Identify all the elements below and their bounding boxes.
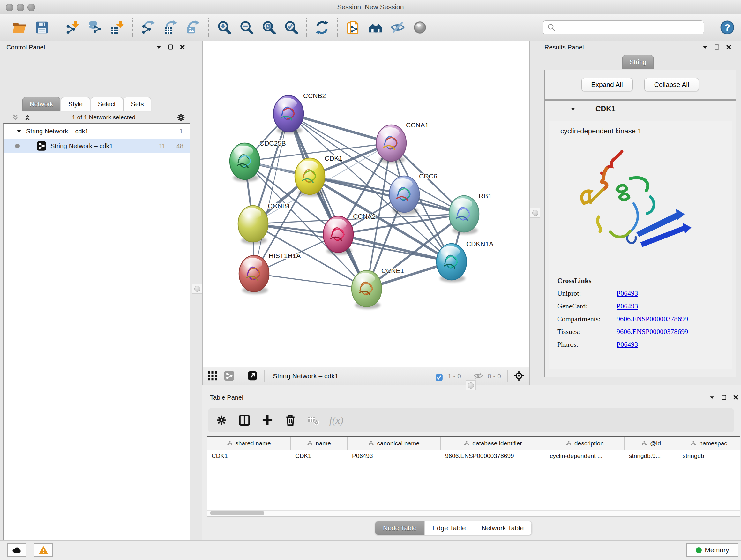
table-tab-edge-table[interactable]: Edge Table	[425, 521, 474, 535]
table-options-gear-icon[interactable]	[214, 413, 228, 427]
network-node-CCNB2[interactable]	[273, 96, 304, 134]
export-network-icon[interactable]	[140, 19, 156, 36]
collapse-all-button[interactable]: Collapse All	[644, 78, 699, 91]
panel-close-icon[interactable]	[726, 44, 732, 50]
control-tab-style[interactable]: Style	[61, 97, 90, 111]
network-row-selected[interactable]: String Network – cdk1 11 48	[3, 138, 190, 153]
network-edge-CCNB2-CCNE1[interactable]	[288, 114, 367, 289]
column-header--id[interactable]: @id	[624, 437, 678, 449]
refresh-icon[interactable]	[314, 19, 330, 36]
panel-menu-caret-icon[interactable]	[156, 44, 162, 50]
zoom-in-icon[interactable]	[216, 19, 232, 36]
import-network-file-icon[interactable]	[65, 19, 81, 36]
crosslink-link[interactable]: 9606.ENSP00000378699	[616, 315, 688, 323]
search-input[interactable]	[556, 21, 704, 34]
export-table-icon[interactable]	[163, 19, 179, 36]
column-header-shared-name[interactable]: shared name	[207, 437, 291, 449]
network-edge-CCNB2-HIST1H1A[interactable]	[254, 114, 288, 273]
table-header-row: shared name name canonical name database…	[207, 436, 740, 450]
expand-all-chevrons-icon[interactable]	[23, 114, 31, 121]
table-tab-node-table[interactable]: Node Table	[375, 521, 425, 535]
export-image-icon[interactable]	[185, 19, 201, 36]
column-header-namespac[interactable]: namespac	[678, 437, 740, 449]
hide-selection-icon[interactable]	[390, 19, 406, 36]
network-node-CCNA1[interactable]	[376, 125, 406, 164]
network-node-CDKN1A[interactable]	[436, 244, 467, 282]
svg-text:?: ?	[724, 22, 730, 33]
results-actions-box: Expand All Collapse All	[544, 70, 736, 100]
delete-column-trash-icon[interactable]	[283, 413, 297, 427]
panel-menu-caret-icon[interactable]	[709, 394, 715, 400]
control-tab-sets[interactable]: Sets	[124, 97, 151, 111]
main-toolbar: ?	[0, 14, 741, 41]
show-columns-icon[interactable]	[238, 413, 252, 427]
panel-float-icon[interactable]	[167, 44, 174, 50]
crosslink-label: Uniprot:	[557, 289, 616, 298]
network-overview-icon[interactable]	[224, 370, 235, 382]
toolbar-separator	[57, 18, 58, 37]
network-node-CDK1[interactable]	[295, 158, 325, 197]
collapse-all-chevrons-icon[interactable]	[11, 114, 19, 121]
table-row[interactable]: CDK1CDK1P064939606.ENSP00000378699cyclin…	[207, 450, 740, 462]
crosslinks-title: CrossLinks	[557, 276, 732, 285]
network-collection-row[interactable]: String Network – cdk1 1	[3, 124, 190, 138]
column-header-name[interactable]: name	[291, 437, 347, 449]
tree-expanded-caret-icon[interactable]	[16, 129, 22, 134]
crosslink-link[interactable]: P06493	[616, 302, 638, 310]
crosslink-link[interactable]: P06493	[616, 340, 638, 349]
network-canvas[interactable]: CCNB2CCNA1CDC25BCDK1CDC6RB1CCNB1CCNA2CDK…	[202, 41, 530, 385]
network-edge-HIST1H1A-CCNE1[interactable]	[254, 273, 367, 289]
clipboard-network-icon[interactable]	[345, 19, 361, 36]
zoom-fit-icon[interactable]	[261, 19, 277, 36]
scrollbar-thumb[interactable]	[210, 511, 264, 515]
network-selection-bar: 1 of 1 Network selected	[0, 112, 195, 123]
column-header-canonical-name[interactable]: canonical name	[347, 437, 441, 449]
open-in-new-icon[interactable]	[247, 370, 259, 382]
selected-checkbox-icon[interactable]	[435, 372, 443, 380]
cloud-button[interactable]	[7, 543, 26, 557]
panel-close-icon[interactable]	[733, 394, 739, 400]
right-splitter-handle[interactable]	[530, 207, 540, 218]
panel-menu-caret-icon[interactable]	[702, 44, 708, 50]
crosslink-link[interactable]: 9606.ENSP00000378699	[616, 327, 688, 336]
panel-close-icon[interactable]	[179, 44, 185, 50]
bottom-splitter-handle[interactable]	[466, 380, 476, 390]
panel-float-icon[interactable]	[714, 44, 720, 50]
center-view-crosshair-icon[interactable]	[514, 370, 525, 382]
control-tab-select[interactable]: Select	[91, 97, 123, 111]
network-node-CCNE1[interactable]	[352, 270, 382, 309]
network-node-CCNB1[interactable]	[238, 206, 268, 244]
entry-caret-icon[interactable]	[570, 106, 576, 112]
add-column-icon[interactable]	[260, 413, 274, 427]
warnings-button[interactable]	[34, 543, 53, 557]
memory-button[interactable]: Memory	[686, 543, 738, 557]
column-header-database-identifier[interactable]: database identifier	[441, 437, 545, 449]
open-session-icon[interactable]	[11, 19, 27, 36]
help-icon[interactable]: ?	[719, 19, 735, 36]
network-node-HIST1H1A[interactable]	[239, 255, 269, 294]
column-header-description[interactable]: description	[545, 437, 624, 449]
panel-float-icon[interactable]	[721, 394, 727, 400]
table-panel: Table Panel f(x) shared name name canoni…	[202, 385, 741, 541]
control-tab-network[interactable]: Network	[22, 97, 60, 111]
entry-header[interactable]: CDK1	[545, 101, 736, 117]
left-splitter-handle[interactable]	[192, 284, 202, 294]
network-options-gear-icon[interactable]	[176, 113, 186, 122]
import-table-icon[interactable]	[110, 19, 125, 36]
column-header-label: description	[575, 440, 604, 447]
grid-view-icon[interactable]	[207, 370, 219, 382]
crosslink-link[interactable]: P06493	[616, 289, 638, 298]
table-tab-network-table[interactable]: Network Table	[474, 521, 532, 535]
home-networks-icon[interactable]	[367, 19, 383, 36]
expand-all-button[interactable]: Expand All	[582, 78, 633, 91]
show-all-icon[interactable]	[412, 19, 428, 36]
save-session-icon[interactable]	[34, 19, 50, 36]
network-node-CCNA2[interactable]	[323, 216, 353, 255]
network-node-CDC25B[interactable]	[230, 143, 260, 182]
network-node-RB1[interactable]	[449, 196, 479, 234]
zoom-out-icon[interactable]	[239, 19, 254, 36]
import-network-database-icon[interactable]	[87, 19, 103, 36]
zoom-selected-icon[interactable]	[283, 19, 299, 36]
results-tab-string[interactable]: String	[622, 55, 654, 69]
column-header-label: shared name	[235, 440, 271, 447]
